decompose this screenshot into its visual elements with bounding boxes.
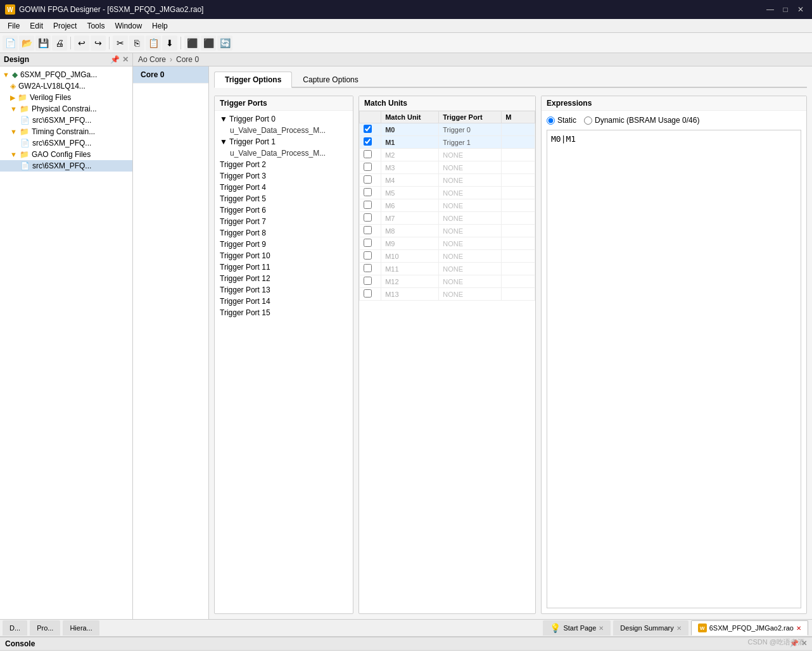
match-row-M9[interactable]: M9NONE [360,237,535,250]
trigger-port-10[interactable]: Trigger Port 10 [217,250,350,261]
verilog-folder-icon: 📁 [18,93,27,102]
trigger-port-3[interactable]: Trigger Port 3 [217,170,350,182]
core-0-item[interactable]: Core 0 [133,66,208,84]
match-row-M7[interactable]: M7NONE [360,212,535,225]
match-checkbox-M13[interactable] [364,289,372,298]
trigger-port-13[interactable]: Trigger Port 13 [217,284,350,296]
match-checkbox-M12[interactable] [364,277,372,285]
panel-close-icon[interactable]: ✕ [122,55,129,64]
trigger-port-0[interactable]: ▼ Trigger Port 0 [217,113,350,125]
match-checkbox-M7[interactable] [364,213,372,222]
tree-timing-file[interactable]: 📄 src\6SXM_PFQ... [0,137,132,149]
match-checkbox-M9[interactable] [364,239,372,247]
menu-file[interactable]: File [3,20,25,32]
tree-verilog-folder[interactable]: ▶ 📁 Verilog Files [0,92,132,103]
close-button[interactable]: ✕ [794,3,807,16]
toolbar-fpga[interactable]: ⬛ [201,35,216,51]
match-checkbox-M8[interactable] [364,226,372,234]
toolbar-undo[interactable]: ↩ [74,35,89,51]
toolbar-new[interactable]: 📄 [3,35,18,51]
tab-rao-file[interactable]: W 6SXM_PFQD_JMGao2.rao ✕ [691,620,808,636]
trigger-port-14[interactable]: Trigger Port 14 [217,296,350,307]
match-checkbox-M4[interactable] [364,175,372,184]
toolbar-open[interactable]: 📂 [19,35,34,51]
tree-chip[interactable]: ◈ GW2A-LV18LQ14... [0,80,132,92]
trigger-port-8[interactable]: Trigger Port 8 [217,227,350,239]
match-checkbox-M3[interactable] [364,163,372,171]
toolbar-down[interactable]: ⬇ [162,35,177,51]
match-row-M1[interactable]: M1Trigger 1 [360,136,535,149]
tab-start-page[interactable]: 💡 Start Page ✕ [543,620,611,636]
trigger-port-5[interactable]: Trigger Port 5 [217,193,350,204]
menu-project[interactable]: Project [48,20,82,32]
trigger-port-9[interactable]: Trigger Port 9 [217,239,350,250]
match-row-M3[interactable]: M3NONE [360,161,535,174]
radio-dynamic[interactable]: Dynamic (BSRAM Usage 0/46) [584,116,699,125]
menu-tools[interactable]: Tools [82,20,110,32]
match-checkbox-M5[interactable] [364,188,372,196]
match-row-M2[interactable]: M2NONE [360,149,535,161]
match-row-M5[interactable]: M5NONE [360,187,535,199]
match-m-M1 [502,136,535,149]
trigger-port-6[interactable]: Trigger Port 6 [217,204,350,216]
menu-edit[interactable]: Edit [25,20,48,32]
toolbar-cut[interactable]: ✂ [113,35,128,51]
match-row-M4[interactable]: M4NONE [360,174,535,187]
match-checkbox-M11[interactable] [364,264,372,272]
match-row-M12[interactable]: M12NONE [360,275,535,288]
tab-hiera[interactable]: Hiera... [63,620,99,636]
tree-gao-file[interactable]: 📄 src\6SXM_PFQ... [0,160,132,172]
trigger-port-12[interactable]: Trigger Port 12 [217,273,350,284]
panel-pin-icon[interactable]: 📌 [110,55,120,64]
tree-timing-folder[interactable]: ▼ 📁 Timing Constrain... [0,126,132,137]
maximize-button[interactable]: □ [779,3,792,16]
trigger-port-1[interactable]: ▼ Trigger Port 1 [217,136,350,147]
tab-design-summary-close[interactable]: ✕ [676,625,682,632]
radio-static[interactable]: Static [547,116,576,125]
match-checkbox-M6[interactable] [364,201,372,209]
toolbar-copy[interactable]: ⎘ [129,35,144,51]
menu-help[interactable]: Help [147,20,173,32]
match-checkbox-M2[interactable] [364,150,372,158]
expressions-textarea[interactable]: M0|M1 [547,130,801,608]
toolbar-print[interactable]: 🖨 [52,35,67,51]
tree-physical-folder[interactable]: ▼ 📁 Physical Constrai... [0,103,132,115]
match-checkbox-M0[interactable] [364,125,372,133]
trigger-port-11[interactable]: Trigger Port 11 [217,261,350,273]
trigger-port-15[interactable]: Trigger Port 15 [217,307,350,318]
trigger-port-4[interactable]: Trigger Port 4 [217,182,350,193]
tab-rao-close[interactable]: ✕ [796,625,801,632]
toolbar-paste[interactable]: 📋 [146,35,161,51]
toolbar-redo[interactable]: ↪ [91,35,106,51]
tab-capture-options[interactable]: Capture Options [292,72,369,88]
match-row-M13[interactable]: M13NONE [360,288,535,301]
radio-static-input[interactable] [547,116,555,125]
trigger-port-0-child[interactable]: u_Valve_Data_Process_M... [217,125,350,136]
match-row-M11[interactable]: M11NONE [360,263,535,275]
menu-window[interactable]: Window [110,20,147,32]
port-1-expand-icon: ▼ [220,137,229,146]
tree-project[interactable]: ▼ ◆ 6SXM_PFQD_JMGa... [0,69,132,80]
toolbar-save[interactable]: 💾 [35,35,51,51]
trigger-port-1-child[interactable]: u_Valve_Data_Process_M... [217,147,350,159]
radio-dynamic-input[interactable] [584,116,592,125]
tab-design-summary[interactable]: Design Summary ✕ [613,620,688,636]
tab-trigger-options[interactable]: Trigger Options [214,72,292,88]
design-panel-title: Design [4,55,29,64]
tab-d[interactable]: D... [3,620,27,636]
match-checkbox-M10[interactable] [364,251,372,260]
toolbar-build[interactable]: ⬛ [184,35,200,51]
toolbar-refresh[interactable]: 🔄 [217,35,232,51]
trigger-port-7[interactable]: Trigger Port 7 [217,216,350,227]
match-row-M10[interactable]: M10NONE [360,250,535,263]
match-checkbox-M1[interactable] [364,137,372,146]
match-row-M0[interactable]: M0Trigger 0 [360,123,535,136]
tree-physical-file[interactable]: 📄 src\6SXM_PFQ... [0,115,132,126]
tab-pro[interactable]: Pro... [30,620,60,636]
tree-gao-folder[interactable]: ▼ 📁 GAO Config Files [0,149,132,160]
match-row-M6[interactable]: M6NONE [360,199,535,212]
tab-start-page-close[interactable]: ✕ [599,625,604,632]
match-row-M8[interactable]: M8NONE [360,225,535,237]
minimize-button[interactable]: — [764,3,777,16]
trigger-port-2[interactable]: Trigger Port 2 [217,159,350,170]
